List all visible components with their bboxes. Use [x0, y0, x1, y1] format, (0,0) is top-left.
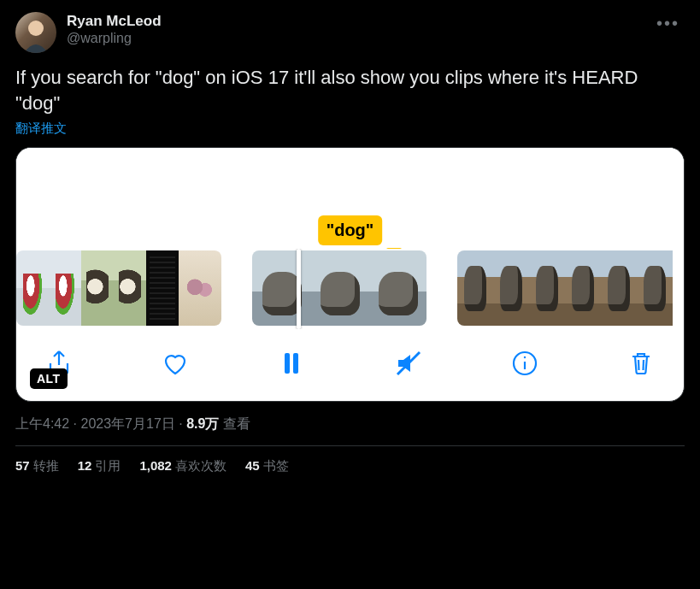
media-card[interactable]: "dog": [15, 147, 685, 402]
quotes-stat[interactable]: 12引用: [78, 458, 121, 474]
tweet-stats: 57转推 12引用 1,082喜欢次数 45书签: [15, 458, 685, 474]
thumbnail[interactable]: [457, 250, 493, 326]
media-controls: [16, 329, 684, 401]
video-timeline[interactable]: [16, 249, 684, 329]
tweet-time[interactable]: 上午4:42: [15, 416, 69, 431]
thumbnail[interactable]: [49, 250, 81, 326]
mute-icon[interactable]: [390, 345, 427, 382]
tweet-date[interactable]: 2023年7月17日: [80, 416, 174, 431]
info-icon[interactable]: [506, 345, 544, 382]
divider: [15, 445, 685, 446]
likes-stat[interactable]: 1,082喜欢次数: [139, 458, 226, 474]
clip-group-3[interactable]: [457, 250, 673, 326]
tweet-meta: 上午4:42 · 2023年7月17日 · 8.9万 查看: [15, 415, 685, 433]
thumbnail[interactable]: [493, 250, 529, 326]
svg-line-8: [643, 360, 644, 370]
thumbnail[interactable]: [146, 250, 179, 326]
svg-rect-2: [293, 353, 298, 374]
thumbnail[interactable]: [81, 250, 114, 326]
thumbnail[interactable]: [601, 250, 637, 326]
pause-icon[interactable]: [273, 345, 310, 382]
clip-group-2[interactable]: [252, 250, 426, 326]
views-count: 8.9万: [186, 416, 219, 431]
search-term-label: "dog": [318, 215, 383, 245]
retweets-stat[interactable]: 57转推: [15, 458, 59, 474]
avatar[interactable]: [15, 12, 56, 53]
thumbnail[interactable]: [637, 250, 673, 326]
author-display-name[interactable]: Ryan McLeod: [67, 12, 162, 30]
thumbnail[interactable]: [368, 250, 426, 326]
thumbnail[interactable]: [179, 250, 221, 326]
thumbnail[interactable]: [565, 250, 601, 326]
clip-group-1[interactable]: [16, 250, 221, 326]
thumbnail[interactable]: [16, 250, 49, 326]
thumbnail[interactable]: [310, 250, 368, 326]
thumbnail[interactable]: [114, 250, 146, 326]
thumbnail[interactable]: [529, 250, 565, 326]
trash-icon[interactable]: [622, 345, 660, 382]
svg-line-7: [638, 360, 639, 370]
svg-point-0: [28, 21, 44, 36]
tweet-container: Ryan McLeod @warpling ••• If you search …: [0, 0, 700, 483]
thumbnail[interactable]: [252, 250, 310, 326]
views-label: 查看: [219, 416, 250, 431]
bookmarks-stat[interactable]: 45书签: [245, 458, 289, 474]
translate-link[interactable]: 翻译推文: [15, 121, 685, 137]
svg-rect-1: [285, 353, 290, 374]
alt-badge[interactable]: ALT: [30, 368, 68, 389]
svg-point-6: [524, 356, 526, 358]
author-block: Ryan McLeod @warpling: [67, 12, 162, 47]
tweet-header: Ryan McLeod @warpling •••: [15, 12, 685, 53]
media-top-area: "dog": [16, 148, 684, 249]
author-handle[interactable]: @warpling: [67, 30, 162, 47]
tweet-text: If you search for "dog" on iOS 17 it'll …: [15, 65, 685, 115]
heart-icon[interactable]: [156, 345, 194, 382]
more-button[interactable]: •••: [651, 12, 685, 35]
playhead[interactable]: [297, 249, 301, 329]
